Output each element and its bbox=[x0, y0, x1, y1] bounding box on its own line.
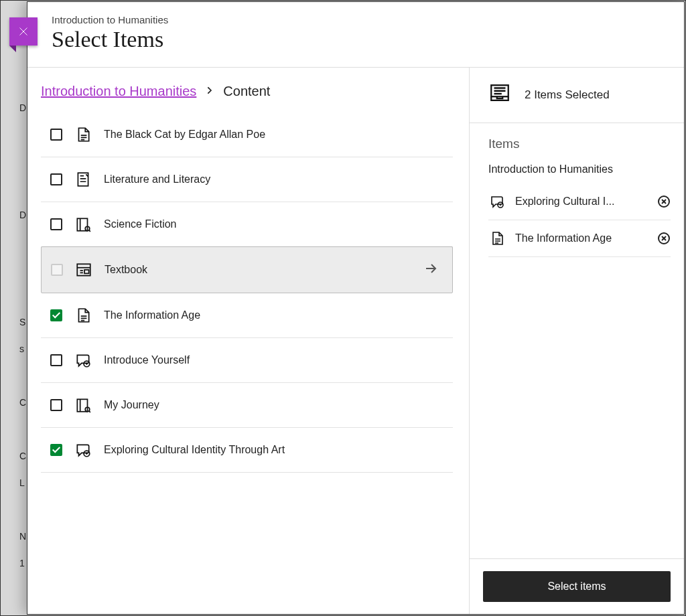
sidebar-footer: Select items bbox=[470, 558, 684, 614]
module-icon bbox=[75, 261, 92, 279]
list-item[interactable]: The Information Age bbox=[41, 293, 453, 338]
journal-icon bbox=[74, 216, 92, 233]
select-items-button[interactable]: Select items bbox=[483, 571, 671, 602]
remove-button[interactable] bbox=[657, 195, 671, 208]
chevron-right-icon bbox=[204, 84, 215, 99]
list-item[interactable]: The Black Cat by Edgar Allan Poe bbox=[41, 112, 453, 157]
selected-item-label: The Information Age bbox=[515, 232, 648, 244]
item-label: The Information Age bbox=[104, 309, 443, 321]
list-item[interactable]: Literature and Literacy bbox=[41, 157, 453, 202]
discussion-icon bbox=[488, 193, 506, 210]
checkbox-checked[interactable] bbox=[50, 444, 62, 456]
breadcrumb-root-link[interactable]: Introduction to Humanities bbox=[41, 84, 196, 99]
panel-body: Introduction to Humanities Content The B… bbox=[27, 68, 684, 614]
document-icon bbox=[74, 307, 92, 324]
list-item[interactable]: Introduce Yourself bbox=[41, 338, 453, 383]
selection-context: Introduction to Humanities bbox=[488, 163, 671, 175]
selection-body: Items Introduction to Humanities Explori… bbox=[470, 123, 684, 558]
item-label: Literature and Literacy bbox=[104, 173, 443, 185]
selection-sidebar: 2 Items Selected Items Introduction to H… bbox=[470, 68, 684, 614]
selected-item: Exploring Cultural I... bbox=[488, 183, 671, 220]
journal-icon bbox=[74, 396, 92, 414]
arrow-right-icon bbox=[423, 260, 439, 279]
selection-header: 2 Items Selected bbox=[470, 68, 684, 123]
document-icon bbox=[74, 126, 92, 143]
selection-section-title: Items bbox=[488, 137, 671, 151]
assignment-icon bbox=[74, 171, 92, 188]
item-label: Exploring Cultural Identity Through Art bbox=[104, 444, 443, 456]
selection-count: 2 Items Selected bbox=[525, 88, 610, 102]
list-item[interactable]: Science Fiction bbox=[41, 202, 453, 247]
select-items-panel: Introduction to Humanities Select Items … bbox=[27, 1, 685, 615]
list-item-folder[interactable]: Textbook bbox=[41, 246, 453, 293]
discussion-icon bbox=[74, 352, 92, 369]
selected-item-label: Exploring Cultural I... bbox=[515, 196, 648, 208]
checkbox-disabled bbox=[51, 264, 63, 276]
document-icon bbox=[488, 230, 506, 247]
item-label: The Black Cat by Edgar Allan Poe bbox=[104, 129, 443, 141]
close-button[interactable] bbox=[9, 17, 38, 46]
page-title: Select Items bbox=[52, 27, 663, 52]
breadcrumb-current: Content bbox=[223, 84, 270, 99]
item-label: Introduce Yourself bbox=[104, 354, 443, 366]
list-item[interactable]: Exploring Cultural Identity Through Art bbox=[41, 428, 453, 473]
tray-icon bbox=[488, 82, 511, 108]
breadcrumb: Introduction to Humanities Content bbox=[41, 84, 453, 99]
close-icon bbox=[16, 24, 31, 39]
discussion-icon bbox=[74, 441, 92, 459]
checkbox[interactable] bbox=[50, 173, 62, 185]
checkbox-checked[interactable] bbox=[50, 309, 62, 321]
checkbox[interactable] bbox=[50, 399, 62, 411]
checkbox[interactable] bbox=[50, 129, 62, 141]
item-label: My Journey bbox=[104, 399, 443, 411]
content-browser: Introduction to Humanities Content The B… bbox=[27, 68, 470, 614]
checkbox[interactable] bbox=[50, 354, 62, 366]
item-label: Science Fiction bbox=[104, 218, 443, 230]
item-list: The Black Cat by Edgar Allan Poe Literat… bbox=[41, 112, 453, 473]
panel-header: Introduction to Humanities Select Items bbox=[27, 2, 684, 68]
item-label: Textbook bbox=[105, 264, 411, 276]
list-item[interactable]: My Journey bbox=[41, 383, 453, 428]
checkbox[interactable] bbox=[50, 218, 62, 230]
header-subtitle: Introduction to Humanities bbox=[52, 14, 663, 25]
remove-button[interactable] bbox=[657, 232, 671, 245]
selected-item: The Information Age bbox=[488, 220, 671, 257]
